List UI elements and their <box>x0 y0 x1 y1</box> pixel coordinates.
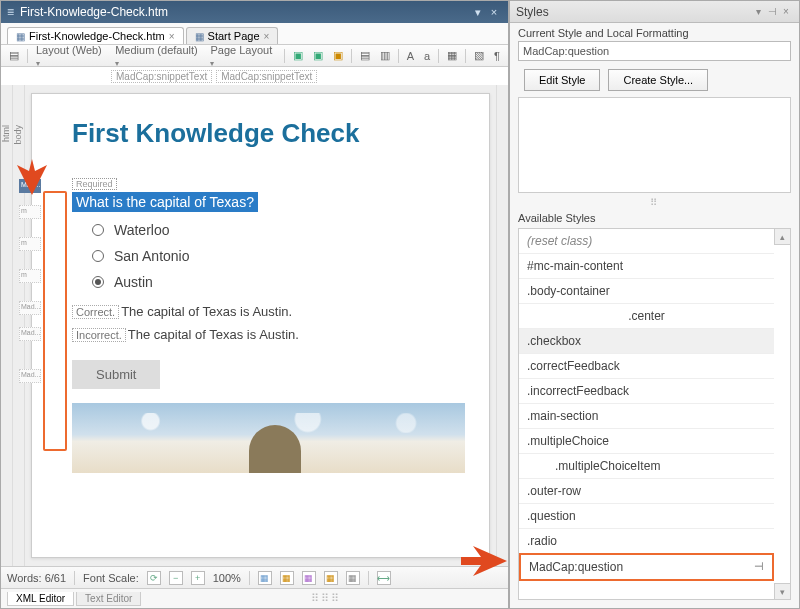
page-layout-dropdown[interactable]: Page Layout <box>208 44 277 68</box>
drag-handle[interactable]: ⠿⠿⠿ <box>143 592 508 605</box>
feedback-text: The capital of Texas is Austin. <box>121 304 292 319</box>
answer-label: Waterloo <box>114 222 170 238</box>
editor-statusbar: Words: 6/61 Font Scale: ⟳ − + 100% ▦ ▦ ▦… <box>1 566 508 588</box>
view-icon[interactable]: ▦ <box>280 571 294 585</box>
tab-file-1[interactable]: ▦ First-Knowledge-Check.htm × <box>7 27 184 44</box>
incorrect-feedback: Incorrect.The capital of Texas is Austin… <box>72 327 465 342</box>
style-item[interactable]: (reset class) <box>519 229 774 254</box>
style-item[interactable]: .checkbox <box>519 329 774 354</box>
editor-toolbar: ▤ Layout (Web) Medium (default) Page Lay… <box>1 45 508 67</box>
close-tab-icon[interactable]: × <box>169 31 175 42</box>
style-item[interactable]: .incorrectFeedback <box>519 379 774 404</box>
save-icon[interactable]: ▤ <box>7 49 21 62</box>
svg-marker-0 <box>17 159 47 195</box>
feedback-text: The capital of Texas is Austin. <box>128 327 299 342</box>
submit-button[interactable]: Submit <box>72 360 160 389</box>
tab-label: Start Page <box>208 30 260 42</box>
pin-icon[interactable]: ⊣ <box>765 6 779 17</box>
style-item[interactable]: .multipleChoice <box>519 429 774 454</box>
radio-icon[interactable] <box>92 276 104 288</box>
tb-icon[interactable]: ▣ <box>291 49 305 62</box>
style-item[interactable]: .multipleChoiceItem <box>519 454 774 479</box>
dropdown-icon[interactable]: ▾ <box>470 6 486 19</box>
tb-icon[interactable]: A <box>405 50 416 62</box>
answer-item[interactable]: Austin <box>92 274 465 290</box>
zoom-in-icon[interactable]: + <box>191 571 205 585</box>
answer-item[interactable]: Waterloo <box>92 222 465 238</box>
layout-dropdown[interactable]: Layout (Web) <box>34 44 107 68</box>
create-style-button[interactable]: Create Style... <box>608 69 708 91</box>
callout-arrow-right <box>461 546 507 578</box>
right-rail[interactable] <box>496 85 508 566</box>
radio-icon[interactable] <box>92 250 104 262</box>
structure-item[interactable]: Mad... <box>19 369 41 383</box>
tb-icon[interactable]: a <box>422 50 432 62</box>
pin-icon[interactable]: ⊣ <box>754 560 764 573</box>
answer-label: Austin <box>114 274 153 290</box>
dropdown-icon[interactable]: ▾ <box>751 6 765 17</box>
structure-labels: Mad... m m m Mad... Mad... Mad... <box>19 179 41 395</box>
file-tabs: ▦ First-Knowledge-Check.htm × ▦ Start Pa… <box>1 23 508 45</box>
editor-panel: ≡ First-Knowledge-Check.htm ▾ × ▦ First-… <box>0 0 509 609</box>
styles-title: Styles <box>516 5 549 19</box>
zoom-reset-icon[interactable]: ⟳ <box>147 571 161 585</box>
editor-titlebar: ≡ First-Knowledge-Check.htm ▾ × <box>1 1 508 23</box>
structure-item[interactable]: Mad... <box>19 327 41 341</box>
zoom-out-icon[interactable]: − <box>169 571 183 585</box>
feedback-tag: Correct. <box>72 305 119 319</box>
scroll-down-icon[interactable]: ▾ <box>774 583 790 599</box>
tb-icon[interactable]: ▤ <box>358 49 372 62</box>
tb-icon[interactable]: ▣ <box>311 49 325 62</box>
view-icon[interactable]: ▦ <box>258 571 272 585</box>
tb-icon[interactable]: ▥ <box>378 49 392 62</box>
ruler-icon[interactable]: ⟷ <box>377 571 391 585</box>
edit-style-button[interactable]: Edit Style <box>524 69 600 91</box>
style-item[interactable]: #mc-main-content <box>519 254 774 279</box>
view-icon[interactable]: ▦ <box>302 571 316 585</box>
tab-text-editor[interactable]: Text Editor <box>76 592 141 606</box>
menu-icon[interactable]: ≡ <box>7 5 14 19</box>
answer-label: San Antonio <box>114 248 190 264</box>
style-item[interactable]: .radio <box>519 529 774 554</box>
style-preview <box>518 97 791 193</box>
tb-icon[interactable]: ▣ <box>331 49 345 62</box>
editor-body: html body First Knowledge Check Required… <box>1 85 508 566</box>
tb-icon[interactable]: ▧ <box>472 49 486 62</box>
svg-marker-1 <box>461 546 507 576</box>
tab-xml-editor[interactable]: XML Editor <box>7 592 74 606</box>
structure-item[interactable]: Mad... <box>19 301 41 315</box>
view-icon[interactable]: ▦ <box>346 571 360 585</box>
scroll-up-icon[interactable]: ▴ <box>774 229 790 245</box>
structure-item[interactable]: m <box>19 269 41 283</box>
snippet-tag[interactable]: MadCap:snippetText <box>111 70 212 83</box>
left-rail[interactable]: html <box>1 85 13 566</box>
medium-dropdown[interactable]: Medium (default) <box>113 44 202 68</box>
close-tab-icon[interactable]: × <box>264 31 270 42</box>
zoom-value: 100% <box>213 572 241 584</box>
style-item[interactable]: .outer-row <box>519 479 774 504</box>
question-text[interactable]: What is the capital of Texas? <box>72 192 258 212</box>
style-item[interactable]: .question <box>519 504 774 529</box>
tab-file-2[interactable]: ▦ Start Page × <box>186 27 279 44</box>
structure-item[interactable]: m <box>19 205 41 219</box>
style-item[interactable]: .body-container <box>519 279 774 304</box>
pilcrow-icon[interactable]: ¶ <box>492 50 502 62</box>
current-style-label: Current Style and Local Formatting <box>510 23 799 41</box>
close-icon[interactable]: × <box>779 6 793 17</box>
radio-icon[interactable] <box>92 224 104 236</box>
answer-item[interactable]: San Antonio <box>92 248 465 264</box>
style-item[interactable]: .main-section <box>519 404 774 429</box>
snippet-tag[interactable]: MadCap:snippetText <box>216 70 317 83</box>
page-area[interactable]: First Knowledge Check Required What is t… <box>31 93 490 558</box>
style-item[interactable]: .center <box>519 304 774 329</box>
close-icon[interactable]: × <box>486 6 502 18</box>
styles-panel: Styles ▾ ⊣ × Current Style and Local For… <box>509 0 800 609</box>
grip-handle[interactable]: ⠿ <box>510 197 799 208</box>
view-icon[interactable]: ▦ <box>324 571 338 585</box>
style-item[interactable]: .correctFeedback <box>519 354 774 379</box>
structure-item[interactable]: m <box>19 237 41 251</box>
current-style-value[interactable]: MadCap:question <box>518 41 791 61</box>
tb-icon[interactable]: ▦ <box>445 49 459 62</box>
snippet-bar: MadCap:snippetText MadCap:snippetText <box>1 67 508 85</box>
style-item[interactable]: MadCap:question⊣ <box>519 553 774 581</box>
